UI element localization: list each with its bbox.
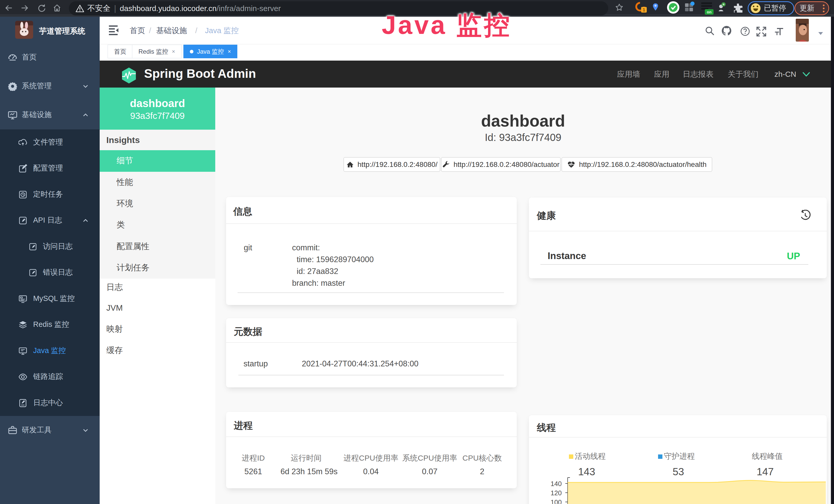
svg-text:on: on	[707, 10, 711, 14]
svg-text:1: 1	[643, 7, 645, 12]
